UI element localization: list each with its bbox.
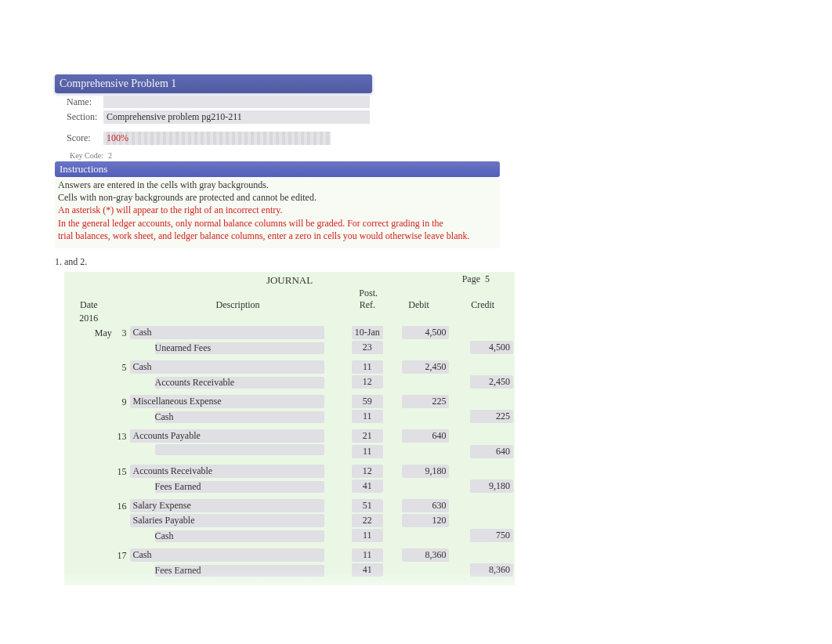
credit-cell[interactable] <box>450 360 515 374</box>
month-cell <box>64 548 114 563</box>
ref-cell[interactable]: 12 <box>348 464 387 479</box>
ref-cell[interactable]: 51 <box>348 498 387 513</box>
credit-cell[interactable]: 750 <box>450 528 515 543</box>
desc-cell[interactable] <box>128 443 348 459</box>
journal-post-label: Post. <box>359 288 378 299</box>
credit-cell[interactable] <box>450 464 515 479</box>
day-cell: 3 <box>114 325 128 340</box>
ref-cell[interactable]: 59 <box>348 394 387 409</box>
journal-row: 9Miscellaneous Expense59225 <box>64 394 515 409</box>
worksheet-page: Comprehensive Problem 1 Name: Section: C… <box>55 74 525 585</box>
journal-table: Date Description Ref. Debit Credit 2016 … <box>64 298 515 577</box>
journal-row: May3Cash10-Jan4,500 <box>64 325 515 340</box>
keycode-label: Key Code: <box>55 151 103 160</box>
day-cell <box>114 340 128 355</box>
journal-row: 13Accounts Payable21640 <box>64 429 515 443</box>
credit-cell[interactable] <box>450 498 515 513</box>
month-cell <box>64 464 114 479</box>
desc-cell[interactable]: Fees Earned <box>128 479 348 494</box>
debit-cell[interactable] <box>387 409 451 424</box>
ref-cell[interactable]: 12 <box>348 374 387 389</box>
journal-header-row: Date Description Ref. Debit Credit <box>64 298 515 312</box>
desc-cell[interactable]: Fees Earned <box>128 563 348 577</box>
ref-cell[interactable]: 11 <box>348 548 387 563</box>
keycode-row: Key Code: 2 <box>55 151 525 160</box>
day-cell: 13 <box>114 429 128 443</box>
desc-cell[interactable]: Cash <box>128 409 348 424</box>
ref-cell[interactable]: 21 <box>348 429 387 443</box>
day-cell: 16 <box>114 498 128 513</box>
credit-cell[interactable] <box>450 394 515 409</box>
debit-cell[interactable]: 225 <box>387 394 451 409</box>
desc-cell[interactable]: Cash <box>128 548 348 563</box>
desc-cell[interactable]: Unearned Fees <box>128 340 348 355</box>
credit-cell[interactable]: 9,180 <box>450 479 515 494</box>
credit-cell[interactable]: 640 <box>450 443 515 459</box>
desc-cell[interactable]: Accounts Receivable <box>128 464 348 479</box>
section-input[interactable]: Comprehensive problem pg210-211 <box>103 110 370 124</box>
day-cell: 15 <box>114 464 128 479</box>
name-input[interactable] <box>103 96 370 108</box>
ref-cell[interactable]: 23 <box>348 340 387 355</box>
journal-page-label: Page <box>462 273 480 284</box>
debit-cell[interactable]: 8,360 <box>387 548 451 563</box>
journal-row: Cash11225 <box>64 409 515 424</box>
ref-cell[interactable]: 41 <box>348 479 387 494</box>
ref-cell[interactable]: 11 <box>348 360 387 374</box>
credit-cell[interactable]: 225 <box>450 409 515 424</box>
credit-cell[interactable]: 8,360 <box>450 563 515 577</box>
credit-cell[interactable] <box>450 429 515 443</box>
debit-cell[interactable]: 9,180 <box>387 464 451 479</box>
ref-cell[interactable]: 11 <box>348 443 387 459</box>
credit-cell[interactable] <box>450 325 515 340</box>
ref-cell[interactable]: 11 <box>348 528 387 543</box>
credit-cell[interactable] <box>450 513 515 528</box>
debit-cell[interactable]: 2,450 <box>387 360 451 374</box>
credit-cell[interactable]: 4,500 <box>450 340 515 355</box>
day-cell <box>114 563 128 577</box>
debit-cell[interactable]: 630 <box>387 498 451 513</box>
day-cell <box>114 409 128 424</box>
instr-line-3: An asterisk (*) will appear to the right… <box>58 204 497 216</box>
journal-row: Accounts Receivable122,450 <box>64 374 515 389</box>
section-label: Section: <box>55 111 103 123</box>
journal-row: 17Cash118,360 <box>64 548 515 563</box>
month-cell <box>64 528 114 543</box>
debit-cell[interactable]: 120 <box>387 513 451 528</box>
col-desc: Description <box>128 298 348 312</box>
ref-cell[interactable]: 22 <box>348 513 387 528</box>
desc-cell[interactable]: Accounts Receivable <box>128 374 348 389</box>
desc-cell[interactable]: Cash <box>128 360 348 374</box>
credit-cell[interactable]: 2,450 <box>450 374 515 389</box>
desc-cell[interactable]: Accounts Payable <box>128 429 348 443</box>
debit-cell[interactable]: 640 <box>387 429 451 443</box>
credit-cell[interactable] <box>450 548 515 563</box>
ref-cell[interactable]: 11 <box>348 409 387 424</box>
month-cell <box>64 340 114 355</box>
journal-year: 2016 <box>64 312 114 325</box>
instructions-bar: Instructions <box>55 161 500 177</box>
debit-cell[interactable] <box>387 340 451 355</box>
score-label: Score: <box>55 132 103 144</box>
section-row: Section: Comprehensive problem pg210-211 <box>55 110 525 124</box>
debit-cell[interactable] <box>387 374 451 389</box>
debit-cell[interactable]: 4,500 <box>387 325 451 340</box>
month-cell <box>64 360 114 374</box>
ref-cell[interactable]: 10-Jan <box>348 325 387 340</box>
debit-cell[interactable] <box>387 528 451 543</box>
journal-row: Cash11750 <box>64 528 515 543</box>
desc-cell[interactable]: Salary Expense <box>128 498 348 513</box>
debit-cell[interactable] <box>387 479 451 494</box>
journal-row: Unearned Fees234,500 <box>64 340 515 355</box>
desc-cell[interactable]: Miscellaneous Expense <box>128 394 348 409</box>
day-cell <box>114 513 128 528</box>
desc-cell[interactable]: Cash <box>128 325 348 340</box>
debit-cell[interactable] <box>387 563 451 577</box>
section-1-and-2: 1. and 2. <box>55 256 525 268</box>
desc-cell[interactable]: Salaries Payable <box>128 513 348 528</box>
ref-cell[interactable]: 41 <box>348 563 387 577</box>
journal-row: 5Cash112,450 <box>64 360 515 374</box>
col-date: Date <box>64 298 114 312</box>
debit-cell[interactable] <box>387 443 451 459</box>
desc-cell[interactable]: Cash <box>128 528 348 543</box>
